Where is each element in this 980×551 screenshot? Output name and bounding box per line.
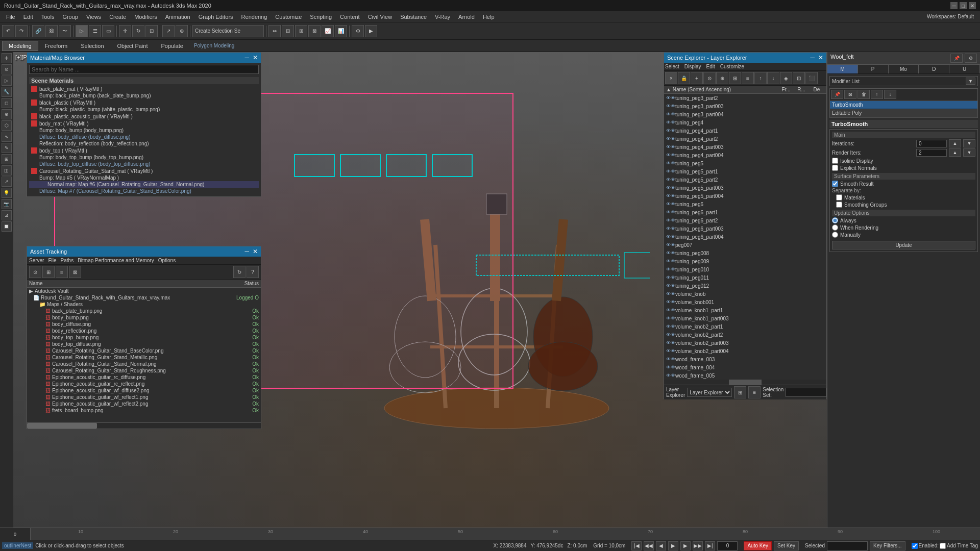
- at-row-7[interactable]: 🖼Carousel_Rotating_Guitar_Stand_BaseColo…: [27, 347, 261, 354]
- lt-btn-15[interactable]: ⊿: [2, 210, 12, 220]
- ts-iter-up[interactable]: ▲: [949, 139, 961, 147]
- se-item-peg6-part1[interactable]: 👁👁 tuning_peg6_part1: [664, 208, 826, 216]
- se-item-wood-003[interactable]: 👁👁 wood_frame_003: [664, 355, 826, 363]
- lt-btn-13[interactable]: 💡: [2, 188, 12, 198]
- ts-manually-radio[interactable]: [832, 232, 838, 238]
- close-button[interactable]: ✕: [969, 2, 976, 9]
- mat-search-input[interactable]: [29, 65, 259, 74]
- named-selections-button[interactable]: ⊠: [308, 25, 321, 37]
- pivot-button[interactable]: ⊕: [176, 25, 188, 37]
- se-item-peg4[interactable]: 👁👁 tuning_peg4: [664, 118, 826, 127]
- se-btn-8[interactable]: ↑: [754, 72, 767, 84]
- menu-rendering[interactable]: Rendering: [237, 13, 272, 21]
- se-menu-display[interactable]: Display: [684, 64, 701, 69]
- rp-tab-display[interactable]: D: [919, 65, 949, 73]
- mod-show-end[interactable]: ⊠: [844, 90, 856, 99]
- se-item-peg5-part003[interactable]: 👁👁 tuning_peg5_part003: [664, 184, 826, 192]
- se-btn-7[interactable]: ≡: [742, 72, 754, 84]
- at-scroll-thumb[interactable]: [27, 423, 97, 429]
- scale-button[interactable]: ⊡: [145, 25, 158, 37]
- lt-btn-14[interactable]: 📷: [2, 199, 12, 209]
- se-item-volume-knob[interactable]: 👁👁 volume_knob: [664, 290, 826, 298]
- mat-item-back-plate[interactable]: back_plate_mat ( VRayMtl ): [29, 85, 259, 92]
- key-filters-button[interactable]: Key Filters...: [870, 541, 905, 550]
- se-item-peg4-part2[interactable]: 👁👁 tuning_peg4_part2: [664, 135, 826, 143]
- minimize-button[interactable]: ─: [950, 2, 958, 9]
- mat-item-body-top[interactable]: body_top ( VRayMtl ): [29, 147, 259, 154]
- rp-tab-modifier[interactable]: M: [827, 65, 858, 73]
- at-row-12[interactable]: 🖼Epiphone_acoustic_guitar_rc_reflect.png…: [27, 381, 261, 387]
- mirror-button[interactable]: ⇔: [268, 25, 281, 37]
- se-scroll-thumb[interactable]: [729, 380, 762, 385]
- se-item-peg011[interactable]: 👁👁 tuning_peg011: [664, 273, 826, 282]
- menu-modifiers[interactable]: Modifiers: [130, 13, 161, 21]
- at-row-6[interactable]: 🖼body_top_diffuse.png Ok: [27, 341, 261, 347]
- select-button[interactable]: ▷: [76, 25, 88, 37]
- lt-btn-1[interactable]: ✛: [2, 53, 12, 63]
- se-item-peg6-part004[interactable]: 👁👁 tuning_peg6_part004: [664, 233, 826, 241]
- mat-child-diffuse-map7[interactable]: Diffuse: Map #7 (Carousel_Rotating_Guita…: [29, 188, 259, 194]
- mat-child-bump-black[interactable]: Bump: black_plastic_bump (white_plastic_…: [29, 106, 259, 113]
- ts-always-radio[interactable]: [832, 217, 838, 223]
- rp-tab-motion[interactable]: Mo: [889, 65, 919, 73]
- se-item-peg007[interactable]: 👁👁 peg007: [664, 241, 826, 249]
- at-row-15[interactable]: 🖼Epiphone_acoustic_guitar_wf_reflect2.pn…: [27, 400, 261, 407]
- mat-browser-close[interactable]: ✕: [253, 54, 258, 61]
- se-btn-3[interactable]: +: [691, 72, 703, 84]
- se-item-vk2-part2[interactable]: 👁👁 volume_knob2_part2: [664, 331, 826, 339]
- at-row-1[interactable]: 🖼back_plate_bump.png Ok: [27, 308, 261, 314]
- selection-set-input[interactable]: [786, 388, 826, 397]
- ts-render-iters-input[interactable]: [916, 149, 947, 157]
- layer-explorer-select[interactable]: Layer Explorer: [687, 388, 732, 397]
- redo-button[interactable]: ↷: [15, 25, 28, 37]
- se-btn-2[interactable]: 🔒: [678, 72, 690, 84]
- rp-tab-params[interactable]: P: [858, 65, 889, 73]
- at-row-vault[interactable]: ▶Autodesk Vault: [27, 288, 261, 294]
- mod-stack-turbosmooth[interactable]: TurboSmooth: [830, 101, 977, 109]
- create-selection-set-input[interactable]: [192, 25, 264, 37]
- ts-materials-check[interactable]: [836, 194, 842, 201]
- auto-key-button[interactable]: Auto Key: [744, 541, 772, 550]
- timeline-ruler[interactable]: 10 20 30 40 50 60 70 80 90 100: [31, 528, 980, 540]
- select-by-name-button[interactable]: ☰: [89, 25, 101, 37]
- at-menu-server[interactable]: Server: [29, 258, 44, 263]
- se-item-peg3-part2[interactable]: 👁 👁 tuning_peg3_part2: [664, 94, 826, 102]
- at-menu-paths[interactable]: Paths: [61, 258, 74, 263]
- menu-help[interactable]: Help: [479, 13, 499, 21]
- frame-input[interactable]: [717, 541, 738, 550]
- at-row-9[interactable]: 🖼Carousel_Rotating_Guitar_Stand_Normal.p…: [27, 361, 261, 367]
- menu-graph-editors[interactable]: Graph Editors: [194, 13, 237, 21]
- se-menu-select[interactable]: Select: [665, 64, 679, 69]
- anim-play[interactable]: ▶: [668, 541, 678, 550]
- se-btn-9[interactable]: ↓: [767, 72, 779, 84]
- lt-btn-6[interactable]: ⊕: [2, 109, 12, 119]
- at-row-8[interactable]: 🖼Carousel_Rotating_Guitar_Stand_Metallic…: [27, 354, 261, 361]
- at-row-2[interactable]: 🖼body_bump.png Ok: [27, 314, 261, 321]
- ts-iter-down[interactable]: ▼: [963, 139, 975, 147]
- reference-coord-button[interactable]: ↗: [162, 25, 175, 37]
- at-minimize[interactable]: ─: [244, 248, 249, 255]
- maximize-button[interactable]: □: [960, 2, 967, 9]
- at-row-5[interactable]: 🖼body_top_bump.png Ok: [27, 334, 261, 341]
- anim-first-frame[interactable]: |◀: [631, 541, 642, 550]
- lt-btn-5[interactable]: ◻: [2, 98, 12, 108]
- se-btn-6[interactable]: ⊞: [729, 72, 741, 84]
- add-time-tag-checkbox[interactable]: [940, 543, 946, 549]
- at-row-14[interactable]: 🖼Epiphone_acoustic_guitar_wf_reflect1.pn…: [27, 394, 261, 400]
- rotate-button[interactable]: ↻: [132, 25, 144, 37]
- se-item-peg6-part003[interactable]: 👁👁 tuning_peg6_part003: [664, 224, 826, 233]
- mod-stack-editable-poly[interactable]: Editable Poly: [830, 109, 977, 117]
- at-row-4[interactable]: 🖼body_reflection.png Ok: [27, 328, 261, 334]
- menu-file[interactable]: File: [2, 13, 19, 21]
- rp-pin-btn[interactable]: 📌: [950, 54, 963, 63]
- modifier-list-dropdown[interactable]: ▼: [966, 78, 975, 85]
- menu-customize[interactable]: Customize: [271, 13, 306, 21]
- at-row-3[interactable]: 🖼body_diffuse.png Ok: [27, 321, 261, 328]
- menu-animation[interactable]: Animation: [161, 13, 194, 21]
- bind-spacewarp-button[interactable]: 〜: [59, 25, 71, 37]
- at-row-10[interactable]: 🖼Carousel_Rotating_Guitar_Stand_Roughnes…: [27, 367, 261, 374]
- se-scrollbar[interactable]: [664, 380, 826, 385]
- menu-civil-view[interactable]: Civil View: [364, 13, 396, 21]
- ts-isoline-check[interactable]: [832, 158, 838, 164]
- se-btn-11[interactable]: ⊡: [793, 72, 805, 84]
